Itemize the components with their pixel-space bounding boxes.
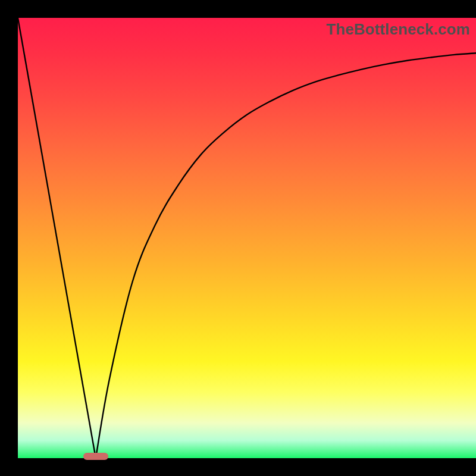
plot-area: TheBottleneck.com — [18, 18, 476, 458]
curve-right-log — [96, 53, 476, 458]
vertex-marker — [83, 453, 108, 460]
curve-layer — [18, 18, 476, 458]
curve-left-linear — [18, 18, 96, 458]
chart-frame: TheBottleneck.com — [0, 0, 476, 476]
watermark-text: TheBottleneck.com — [326, 20, 470, 39]
